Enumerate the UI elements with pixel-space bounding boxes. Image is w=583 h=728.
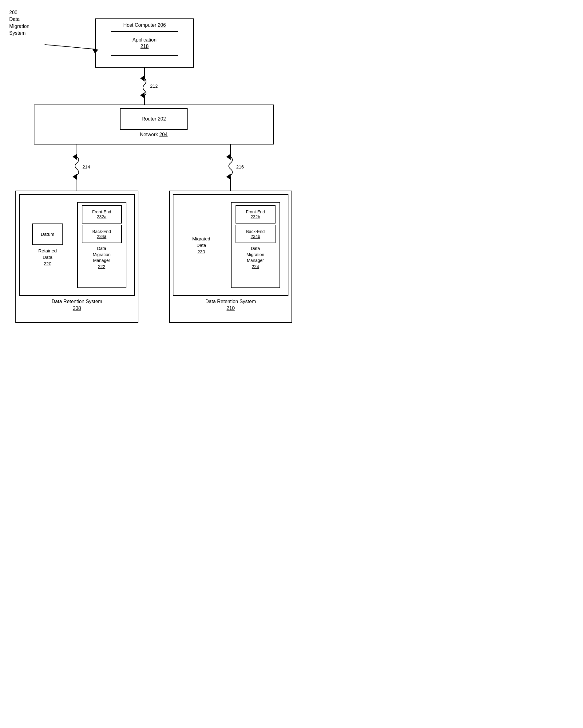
retention-system-2-box: Migrated Data 230 Front-End 232b Back-En…	[169, 190, 292, 323]
backend-1-label: Back-End 234a	[92, 229, 111, 239]
frontend-2-label: Front-End 232b	[246, 209, 265, 219]
backend-2-box: Back-End 234b	[235, 225, 276, 243]
retained-data-label: Retained Data 220	[38, 248, 57, 267]
network-label: Network 204	[140, 132, 168, 138]
application-box: Application 218	[111, 31, 178, 56]
application-label: Application 218	[132, 37, 156, 50]
migration-manager-1-box: Front-End 232a Back-End 234a Data Migrat…	[77, 202, 126, 288]
diagram: 200 Data Migration System Host Computer …	[0, 0, 307, 369]
svg-line-12	[45, 45, 95, 49]
svg-text:216: 216	[236, 164, 244, 170]
retention-system-2-label: Data Retention System 210	[173, 298, 288, 312]
retention-system-1-label: Data Retention System 208	[19, 298, 135, 312]
router-box: Router 202	[120, 108, 187, 130]
frontend-1-label: Front-End 232a	[92, 209, 111, 219]
host-computer-label: Host Computer 206	[99, 22, 190, 29]
svg-text:214: 214	[82, 164, 90, 170]
migration-manager-2-box: Front-End 232b Back-End 234b Data Migrat…	[231, 202, 280, 288]
datum-label: Datum	[41, 232, 54, 237]
svg-text:212: 212	[150, 83, 158, 88]
host-computer-box: Host Computer 206 Application 218	[95, 19, 194, 68]
frontend-1-box: Front-End 232a	[82, 205, 122, 224]
router-label: Router 202	[142, 116, 166, 122]
datum-box: Datum	[32, 224, 63, 245]
migration-manager-1-label: Data Migration Manager 222	[93, 245, 111, 269]
backend-1-box: Back-End 234a	[82, 225, 122, 243]
migration-manager-2-label: Data Migration Manager 224	[247, 245, 264, 269]
network-box: Router 202 Network 204	[34, 105, 274, 145]
retention-system-1-box: Datum Retained Data 220 Front-End 232a	[16, 190, 138, 323]
system-label: 200 Data Migration System	[9, 9, 29, 37]
frontend-2-box: Front-End 232b	[235, 205, 276, 224]
migrated-data-label: Migrated Data 230	[192, 235, 210, 255]
backend-2-label: Back-End 234b	[246, 229, 265, 239]
